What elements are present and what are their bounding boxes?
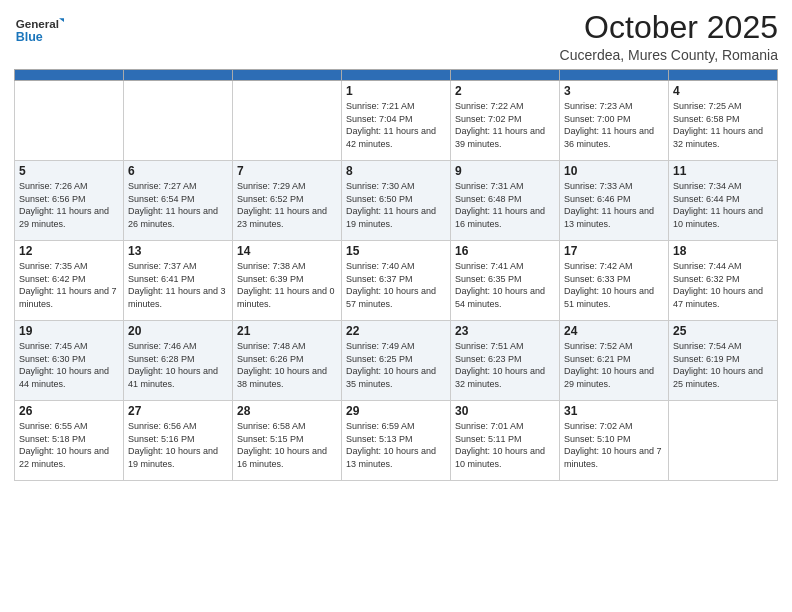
day-detail: Sunrise: 7:23 AMSunset: 7:00 PMDaylight:… xyxy=(564,100,664,150)
day-cell: 5 Sunrise: 7:26 AMSunset: 6:56 PMDayligh… xyxy=(15,161,124,241)
day-detail: Sunrise: 7:38 AMSunset: 6:39 PMDaylight:… xyxy=(237,260,337,310)
day-number: 15 xyxy=(346,244,446,258)
day-cell: 28 Sunrise: 6:58 AMSunset: 5:15 PMDaylig… xyxy=(233,401,342,481)
day-detail: Sunrise: 6:56 AMSunset: 5:16 PMDaylight:… xyxy=(128,420,228,470)
title-block: October 2025 Cucerdea, Mures County, Rom… xyxy=(560,10,778,63)
col-monday xyxy=(124,70,233,81)
subtitle: Cucerdea, Mures County, Romania xyxy=(560,47,778,63)
day-cell: 10 Sunrise: 7:33 AMSunset: 6:46 PMDaylig… xyxy=(560,161,669,241)
day-cell xyxy=(669,401,778,481)
day-cell: 23 Sunrise: 7:51 AMSunset: 6:23 PMDaylig… xyxy=(451,321,560,401)
day-number: 30 xyxy=(455,404,555,418)
day-number: 23 xyxy=(455,324,555,338)
week-row-1: 5 Sunrise: 7:26 AMSunset: 6:56 PMDayligh… xyxy=(15,161,778,241)
day-number: 24 xyxy=(564,324,664,338)
day-detail: Sunrise: 7:25 AMSunset: 6:58 PMDaylight:… xyxy=(673,100,773,150)
day-detail: Sunrise: 7:44 AMSunset: 6:32 PMDaylight:… xyxy=(673,260,773,310)
day-detail: Sunrise: 7:34 AMSunset: 6:44 PMDaylight:… xyxy=(673,180,773,230)
day-cell: 18 Sunrise: 7:44 AMSunset: 6:32 PMDaylig… xyxy=(669,241,778,321)
day-cell: 9 Sunrise: 7:31 AMSunset: 6:48 PMDayligh… xyxy=(451,161,560,241)
day-cell: 29 Sunrise: 6:59 AMSunset: 5:13 PMDaylig… xyxy=(342,401,451,481)
day-number: 7 xyxy=(237,164,337,178)
day-number: 21 xyxy=(237,324,337,338)
day-cell: 17 Sunrise: 7:42 AMSunset: 6:33 PMDaylig… xyxy=(560,241,669,321)
week-row-3: 19 Sunrise: 7:45 AMSunset: 6:30 PMDaylig… xyxy=(15,321,778,401)
day-number: 8 xyxy=(346,164,446,178)
day-detail: Sunrise: 7:51 AMSunset: 6:23 PMDaylight:… xyxy=(455,340,555,390)
day-cell: 11 Sunrise: 7:34 AMSunset: 6:44 PMDaylig… xyxy=(669,161,778,241)
day-number: 25 xyxy=(673,324,773,338)
week-row-0: 1 Sunrise: 7:21 AMSunset: 7:04 PMDayligh… xyxy=(15,81,778,161)
day-cell: 25 Sunrise: 7:54 AMSunset: 6:19 PMDaylig… xyxy=(669,321,778,401)
day-number: 3 xyxy=(564,84,664,98)
day-detail: Sunrise: 7:46 AMSunset: 6:28 PMDaylight:… xyxy=(128,340,228,390)
day-detail: Sunrise: 7:35 AMSunset: 6:42 PMDaylight:… xyxy=(19,260,119,310)
day-cell: 30 Sunrise: 7:01 AMSunset: 5:11 PMDaylig… xyxy=(451,401,560,481)
svg-text:Blue: Blue xyxy=(16,31,43,45)
main-title: October 2025 xyxy=(560,10,778,45)
day-detail: Sunrise: 6:59 AMSunset: 5:13 PMDaylight:… xyxy=(346,420,446,470)
svg-text:General: General xyxy=(16,17,59,30)
day-detail: Sunrise: 7:40 AMSunset: 6:37 PMDaylight:… xyxy=(346,260,446,310)
day-detail: Sunrise: 7:45 AMSunset: 6:30 PMDaylight:… xyxy=(19,340,119,390)
day-detail: Sunrise: 7:42 AMSunset: 6:33 PMDaylight:… xyxy=(564,260,664,310)
day-detail: Sunrise: 7:29 AMSunset: 6:52 PMDaylight:… xyxy=(237,180,337,230)
day-number: 14 xyxy=(237,244,337,258)
col-saturday xyxy=(669,70,778,81)
day-number: 26 xyxy=(19,404,119,418)
day-number: 12 xyxy=(19,244,119,258)
logo: General Blue xyxy=(14,10,64,48)
logo-svg: General Blue xyxy=(14,10,64,48)
day-cell: 4 Sunrise: 7:25 AMSunset: 6:58 PMDayligh… xyxy=(669,81,778,161)
day-number: 20 xyxy=(128,324,228,338)
calendar-table: 1 Sunrise: 7:21 AMSunset: 7:04 PMDayligh… xyxy=(14,69,778,481)
day-detail: Sunrise: 6:58 AMSunset: 5:15 PMDaylight:… xyxy=(237,420,337,470)
day-cell: 1 Sunrise: 7:21 AMSunset: 7:04 PMDayligh… xyxy=(342,81,451,161)
day-number: 4 xyxy=(673,84,773,98)
day-detail: Sunrise: 7:30 AMSunset: 6:50 PMDaylight:… xyxy=(346,180,446,230)
header: General Blue October 2025 Cucerdea, Mure… xyxy=(14,10,778,63)
day-detail: Sunrise: 7:21 AMSunset: 7:04 PMDaylight:… xyxy=(346,100,446,150)
day-detail: Sunrise: 7:02 AMSunset: 5:10 PMDaylight:… xyxy=(564,420,664,470)
day-cell: 26 Sunrise: 6:55 AMSunset: 5:18 PMDaylig… xyxy=(15,401,124,481)
day-number: 18 xyxy=(673,244,773,258)
day-cell: 2 Sunrise: 7:22 AMSunset: 7:02 PMDayligh… xyxy=(451,81,560,161)
day-cell xyxy=(124,81,233,161)
day-detail: Sunrise: 7:37 AMSunset: 6:41 PMDaylight:… xyxy=(128,260,228,310)
day-cell: 14 Sunrise: 7:38 AMSunset: 6:39 PMDaylig… xyxy=(233,241,342,321)
day-detail: Sunrise: 7:01 AMSunset: 5:11 PMDaylight:… xyxy=(455,420,555,470)
day-detail: Sunrise: 7:54 AMSunset: 6:19 PMDaylight:… xyxy=(673,340,773,390)
col-friday xyxy=(560,70,669,81)
day-cell: 19 Sunrise: 7:45 AMSunset: 6:30 PMDaylig… xyxy=(15,321,124,401)
day-cell: 22 Sunrise: 7:49 AMSunset: 6:25 PMDaylig… xyxy=(342,321,451,401)
day-cell: 6 Sunrise: 7:27 AMSunset: 6:54 PMDayligh… xyxy=(124,161,233,241)
day-number: 6 xyxy=(128,164,228,178)
week-row-2: 12 Sunrise: 7:35 AMSunset: 6:42 PMDaylig… xyxy=(15,241,778,321)
day-detail: Sunrise: 6:55 AMSunset: 5:18 PMDaylight:… xyxy=(19,420,119,470)
day-detail: Sunrise: 7:48 AMSunset: 6:26 PMDaylight:… xyxy=(237,340,337,390)
day-number: 9 xyxy=(455,164,555,178)
day-cell: 20 Sunrise: 7:46 AMSunset: 6:28 PMDaylig… xyxy=(124,321,233,401)
day-number: 27 xyxy=(128,404,228,418)
day-detail: Sunrise: 7:22 AMSunset: 7:02 PMDaylight:… xyxy=(455,100,555,150)
header-row xyxy=(15,70,778,81)
day-number: 2 xyxy=(455,84,555,98)
col-thursday xyxy=(451,70,560,81)
day-cell: 27 Sunrise: 6:56 AMSunset: 5:16 PMDaylig… xyxy=(124,401,233,481)
day-cell: 12 Sunrise: 7:35 AMSunset: 6:42 PMDaylig… xyxy=(15,241,124,321)
week-row-4: 26 Sunrise: 6:55 AMSunset: 5:18 PMDaylig… xyxy=(15,401,778,481)
day-number: 29 xyxy=(346,404,446,418)
day-cell: 15 Sunrise: 7:40 AMSunset: 6:37 PMDaylig… xyxy=(342,241,451,321)
day-cell: 8 Sunrise: 7:30 AMSunset: 6:50 PMDayligh… xyxy=(342,161,451,241)
day-cell: 31 Sunrise: 7:02 AMSunset: 5:10 PMDaylig… xyxy=(560,401,669,481)
day-number: 5 xyxy=(19,164,119,178)
day-cell: 16 Sunrise: 7:41 AMSunset: 6:35 PMDaylig… xyxy=(451,241,560,321)
page: General Blue October 2025 Cucerdea, Mure… xyxy=(0,0,792,612)
col-tuesday xyxy=(233,70,342,81)
day-cell xyxy=(15,81,124,161)
day-detail: Sunrise: 7:26 AMSunset: 6:56 PMDaylight:… xyxy=(19,180,119,230)
day-number: 17 xyxy=(564,244,664,258)
day-number: 31 xyxy=(564,404,664,418)
day-number: 19 xyxy=(19,324,119,338)
day-number: 11 xyxy=(673,164,773,178)
